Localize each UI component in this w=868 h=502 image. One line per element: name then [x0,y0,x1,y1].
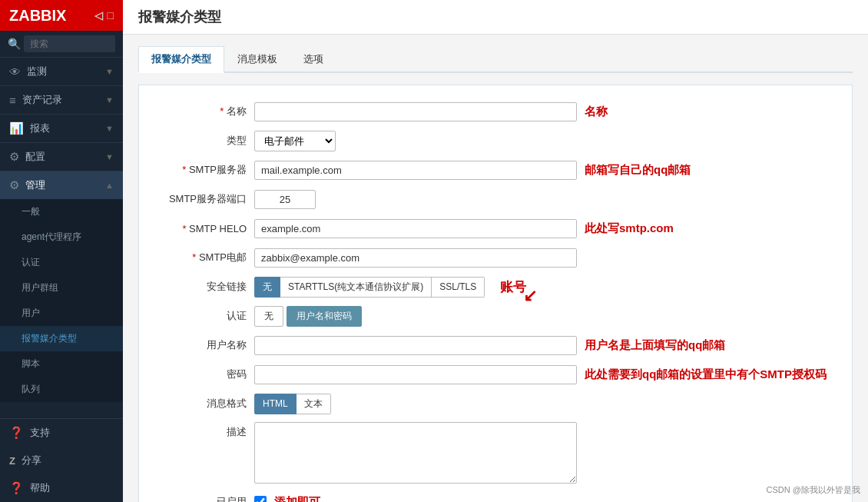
row-smtp-helo: SMTP HELO 此处写smtp.com [154,218,837,239]
form-container: 名称 名称 类型 电子邮件 SMTP服务器 邮箱写自己的qq邮箱 SMTP服务器… [138,85,853,502]
label-enabled: 已启用 [154,495,254,502]
input-smtp-helo[interactable] [254,219,577,238]
label-smtp-email: SMTP电邮 [154,251,254,264]
input-username[interactable] [254,336,577,355]
chevron-config: ▼ [105,152,114,161]
security-btn-starttls[interactable]: STARTTLS(纯文本通信协议扩展) [280,277,432,298]
config-icon: ⚙ [9,150,19,164]
label-desc: 描述 [154,422,254,439]
back-icon[interactable]: ◁ [94,9,103,22]
sidebar-item-usergroup[interactable]: 用户群组 [0,275,123,301]
sidebar-search-container: 🔍 [0,31,123,57]
sidebar-item-queue[interactable]: 队列 [0,377,123,402]
assets-icon: ≡ [9,94,16,107]
logo-text: ZABBIX [9,7,66,25]
footer-note: CSDN @除我以外皆是我 [767,484,860,496]
tab-messages[interactable]: 消息模板 [224,46,290,73]
row-smtp-port: SMTP服务器端口 [154,188,837,210]
page-title: 报警媒介类型 [123,0,868,35]
row-smtp-email: SMTP电邮 [154,247,837,268]
auth-btn-none[interactable]: 无 [254,306,283,327]
input-name[interactable] [254,102,577,121]
sidebar-item-label-assets: 资产记录 [22,93,62,107]
sidebar-item-mediatype[interactable]: 报警媒介类型 [0,326,123,351]
input-password[interactable] [254,365,577,384]
select-type[interactable]: 电子邮件 [254,131,336,151]
chevron-monitor: ▼ [105,67,114,76]
annotation-password: 此处需要到qq邮箱的设置里中有个SMTP授权码 [585,367,827,382]
row-username: 用户名称 用户名是上面填写的qq邮箱 [154,334,837,356]
label-username: 用户名称 [154,338,254,352]
sidebar-item-monitor[interactable]: 👁 监测 ▼ [0,58,123,85]
sidebar-item-label-manage: 管理 [25,178,45,192]
monitor-icon: 👁 [9,65,21,78]
annotation-helo: 此处写smtp.com [585,221,674,236]
label-name: 名称 [154,105,254,118]
forward-icon[interactable]: □ [108,9,114,22]
sidebar-item-label-share: 分享 [22,454,41,467]
msg-format-html[interactable]: HTML [254,394,297,414]
msg-format-text[interactable]: 文本 [297,394,331,414]
checkbox-enabled[interactable] [254,496,267,502]
sidebar-item-label-config: 配置 [25,150,45,164]
nav-assets[interactable]: ≡ 资产记录 ▼ [0,85,123,114]
sidebar-item-scripts[interactable]: 脚本 [0,351,123,377]
auth-btn-userpass[interactable]: 用户名和密码 [287,306,362,327]
nav-manage[interactable]: ⚙ 管理 ▲ 一般 agent代理程序 认证 用户群组 用户 报警媒介类型 [0,171,123,402]
row-password: 密码 此处需要到qq邮箱的设置里中有个SMTP授权码 [154,364,837,385]
sidebar-logo: ZABBIX ◁ □ [0,0,123,31]
input-smtp-email[interactable] [254,248,577,268]
annotation-enabled: 添加即可 [274,495,320,503]
row-enabled: 已启用 添加即可 [154,491,837,502]
sidebar-item-agent[interactable]: agent代理程序 [0,224,123,250]
sidebar-item-auth[interactable]: 认证 [0,250,123,275]
logo-icons: ◁ □ [94,9,114,22]
sidebar-item-support[interactable]: ❓ 支持 [0,419,123,447]
label-password: 密码 [154,367,254,381]
sidebar-item-general[interactable]: 一般 [0,199,123,224]
security-btn-group: 无 STARTTLS(纯文本通信协议扩展) SSL/TLS [254,277,485,298]
sidebar-bottom: ❓ 支持 Z 分享 ❓ 帮助 [0,418,123,502]
sidebar: ZABBIX ◁ □ 🔍 👁 监测 ▼ ≡ 资产记录 ▼ � [0,0,123,502]
reports-icon: 📊 [9,121,24,135]
row-auth: 认证 无 用户名和密码 [154,305,837,327]
label-smtp-helo: SMTP HELO [154,223,254,234]
tab-options[interactable]: 选项 [290,46,336,73]
row-name: 名称 名称 [154,101,837,122]
security-btn-none[interactable]: 无 [254,277,280,298]
input-smtp-server[interactable] [254,161,577,180]
label-type: 类型 [154,134,254,148]
sidebar-item-reports[interactable]: 📊 报表 ▼ [0,115,123,142]
nav-config[interactable]: ⚙ 配置 ▼ [0,142,123,171]
sidebar-item-label-monitor: 监测 [27,65,47,78]
manage-icon: ⚙ [9,178,19,192]
nav-reports[interactable]: 📊 报表 ▼ [0,114,123,142]
annotation-account: 账号 ↙ [500,278,526,296]
row-security: 安全链接 无 STARTTLS(纯文本通信协议扩展) SSL/TLS 账号 ↙ [154,276,837,298]
security-btn-ssl[interactable]: SSL/TLS [432,277,485,298]
help-icon: ❓ [9,481,24,495]
sidebar-item-users[interactable]: 用户 [0,301,123,326]
tab-bar: 报警媒介类型 消息模板 选项 [138,46,853,73]
chevron-reports: ▼ [105,124,114,133]
sidebar-item-label-reports: 报表 [30,121,50,135]
row-msg-format: 消息格式 HTML 文本 [154,393,837,414]
textarea-desc[interactable] [254,422,577,484]
row-smtp-server: SMTP服务器 邮箱写自己的qq邮箱 [154,159,837,181]
sidebar-item-config[interactable]: ⚙ 配置 ▼ [0,143,123,171]
sidebar-item-manage[interactable]: ⚙ 管理 ▲ [0,171,123,199]
search-input[interactable] [24,35,115,52]
main-body: 报警媒介类型 消息模板 选项 名称 名称 类型 电子邮件 [123,35,868,502]
sidebar-item-help[interactable]: ❓ 帮助 [0,474,123,502]
input-smtp-port[interactable] [254,190,316,209]
sidebar-item-label-help: 帮助 [30,481,50,495]
sidebar-item-assets[interactable]: ≡ 资产记录 ▼ [0,86,123,114]
nav-monitor[interactable]: 👁 监测 ▼ [0,57,123,85]
label-security: 安全链接 [154,280,254,294]
row-type: 类型 电子邮件 [154,130,837,151]
tab-mediatype[interactable]: 报警媒介类型 [138,46,224,73]
sidebar-item-share[interactable]: Z 分享 [0,447,123,474]
annotation-smtp: 邮箱写自己的qq邮箱 [585,163,691,178]
manage-submenu: 一般 agent代理程序 认证 用户群组 用户 报警媒介类型 脚本 队列 [0,199,123,402]
row-desc: 描述 [154,422,837,484]
